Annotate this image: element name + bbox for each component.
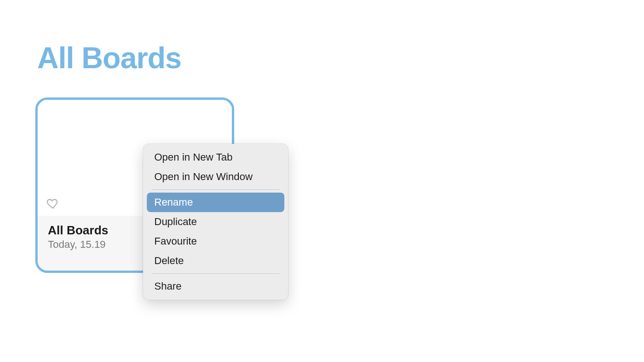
heart-icon[interactable] [46,196,60,210]
menu-item-favourite[interactable]: Favourite [147,232,284,251]
menu-item-duplicate[interactable]: Duplicate [147,212,284,232]
menu-separator [151,273,280,274]
page-title: All Boards [37,41,181,75]
menu-item-share[interactable]: Share [147,277,284,296]
menu-item-open-new-window[interactable]: Open in New Window [147,167,284,187]
menu-item-rename[interactable]: Rename [147,193,284,212]
menu-separator [151,189,280,190]
menu-item-open-new-tab[interactable]: Open in New Tab [147,148,284,167]
menu-item-delete[interactable]: Delete [147,251,284,271]
context-menu: Open in New TabOpen in New WindowRenameD… [143,144,288,300]
